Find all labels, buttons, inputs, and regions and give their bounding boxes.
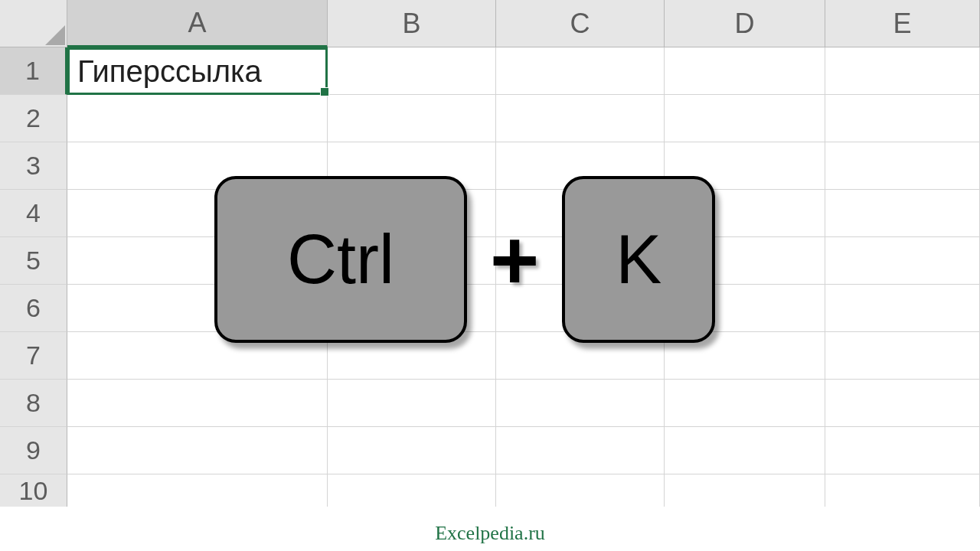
cell-a1[interactable]: Гиперссылка bbox=[67, 47, 328, 95]
cell-a9[interactable] bbox=[67, 427, 328, 474]
cell-d2[interactable] bbox=[665, 95, 825, 142]
cell-e3[interactable] bbox=[825, 142, 980, 190]
cell-c8[interactable] bbox=[496, 380, 665, 427]
row-header-4[interactable]: 4 bbox=[0, 190, 67, 237]
cell-d1[interactable] bbox=[665, 47, 825, 95]
column-header-c[interactable]: C bbox=[496, 0, 665, 47]
shortcut-overlay: Ctrl + K bbox=[214, 176, 715, 343]
cell-b2[interactable] bbox=[328, 95, 496, 142]
row-header-1[interactable]: 1 bbox=[0, 47, 67, 95]
column-header-a[interactable]: A bbox=[67, 0, 328, 47]
cell-c1[interactable] bbox=[496, 47, 665, 95]
column-header-d[interactable]: D bbox=[665, 0, 825, 47]
row-header-9[interactable]: 9 bbox=[0, 427, 67, 474]
cell-e8[interactable] bbox=[825, 380, 980, 427]
cell-b9[interactable] bbox=[328, 427, 496, 474]
row-header-7[interactable]: 7 bbox=[0, 332, 67, 380]
column-header-b[interactable]: B bbox=[328, 0, 496, 47]
watermark-text: Excelpedia.ru bbox=[435, 522, 545, 545]
cell-b10[interactable] bbox=[328, 474, 496, 507]
cell-c2[interactable] bbox=[496, 95, 665, 142]
cell-e2[interactable] bbox=[825, 95, 980, 142]
cell-b1[interactable] bbox=[328, 47, 496, 95]
select-all-corner[interactable] bbox=[0, 0, 67, 47]
cell-e5[interactable] bbox=[825, 237, 980, 285]
cell-e6[interactable] bbox=[825, 285, 980, 332]
plus-icon: + bbox=[490, 211, 539, 308]
cell-e7[interactable] bbox=[825, 332, 980, 380]
cell-c10[interactable] bbox=[496, 474, 665, 507]
row-header-2[interactable]: 2 bbox=[0, 95, 67, 142]
row-header-6[interactable]: 6 bbox=[0, 285, 67, 332]
row-header-8[interactable]: 8 bbox=[0, 380, 67, 427]
row-header-5[interactable]: 5 bbox=[0, 237, 67, 285]
cell-a8[interactable] bbox=[67, 380, 328, 427]
cell-b8[interactable] bbox=[328, 380, 496, 427]
cell-d9[interactable] bbox=[665, 427, 825, 474]
row-header-10[interactable]: 10 bbox=[0, 474, 67, 507]
row-header-3[interactable]: 3 bbox=[0, 142, 67, 190]
cell-e1[interactable] bbox=[825, 47, 980, 95]
cell-a2[interactable] bbox=[67, 95, 328, 142]
ctrl-key-icon: Ctrl bbox=[214, 176, 467, 343]
column-header-e[interactable]: E bbox=[825, 0, 980, 47]
cell-a10[interactable] bbox=[67, 474, 328, 507]
cell-d10[interactable] bbox=[665, 474, 825, 507]
cell-e10[interactable] bbox=[825, 474, 980, 507]
k-key-icon: K bbox=[562, 176, 715, 343]
cell-d8[interactable] bbox=[665, 380, 825, 427]
cell-c9[interactable] bbox=[496, 427, 665, 474]
cell-e4[interactable] bbox=[825, 190, 980, 237]
cell-e9[interactable] bbox=[825, 427, 980, 474]
